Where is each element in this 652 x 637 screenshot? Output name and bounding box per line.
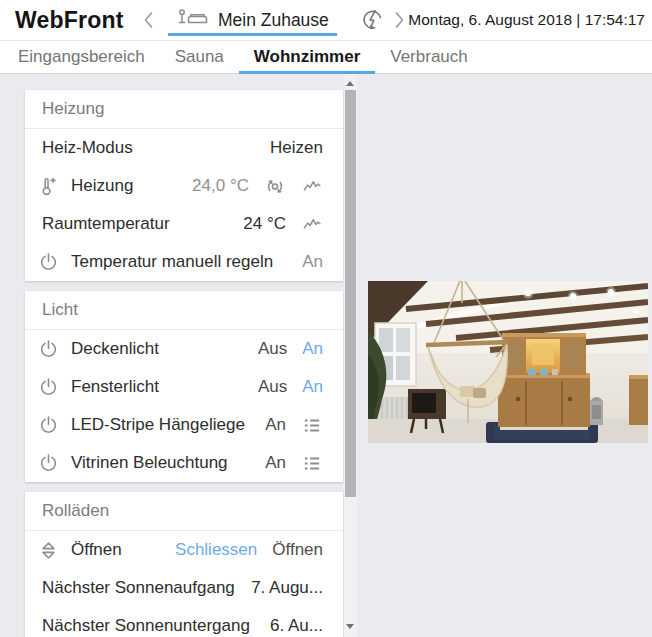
storm-warning-icon[interactable] xyxy=(361,7,384,33)
öffnen-button[interactable]: Öffnen xyxy=(272,540,323,560)
value-text: An xyxy=(302,252,323,272)
row-actions: SchliessenÖffnen xyxy=(175,540,323,560)
control-row-nächster-sonnenuntergang[interactable]: Nächster Sonnenuntergang6. Au... xyxy=(25,607,343,637)
row-actions: 7. Augu... xyxy=(251,578,323,598)
datetime-display: Montag, 6. August 2018 | 17:54:17 xyxy=(408,11,645,29)
row-actions: Heizen xyxy=(270,138,323,158)
app-header: WebFront Mein Zuhause Montag, 6. August … xyxy=(0,0,652,41)
power-icon[interactable] xyxy=(38,453,59,474)
power-icon[interactable] xyxy=(38,339,59,360)
room-selector-underline xyxy=(168,33,337,36)
control-panel: HeizungHeiz-ModusHeizenHeizung24,0 °CRau… xyxy=(25,90,343,637)
control-label: Fensterlicht xyxy=(71,377,252,397)
control-row-heizung[interactable]: Heizung24,0 °C xyxy=(25,167,343,205)
room-tabbar: EingangsbereichSaunaWohnzimmerVerbrauch xyxy=(0,40,652,74)
tab-verbrauch[interactable]: Verbrauch xyxy=(375,40,483,73)
power-icon[interactable] xyxy=(38,377,59,398)
control-row-vitrinen-beleuchtung[interactable]: Vitrinen BeleuchtungAn xyxy=(25,444,343,482)
value-text: 6. Au... xyxy=(270,616,323,636)
room-photo xyxy=(368,281,648,443)
control-label: LED-Stripe Hängeliege xyxy=(71,415,259,435)
control-label: Deckenlicht xyxy=(71,339,252,359)
control-row-led-stripe-hängeliege[interactable]: LED-Stripe HängeliegeAn xyxy=(25,406,343,444)
tab-sauna[interactable]: Sauna xyxy=(160,40,239,73)
list-icon[interactable] xyxy=(301,453,323,474)
power-icon[interactable] xyxy=(38,252,59,273)
value-text: 24,0 °C xyxy=(192,176,249,196)
control-row-deckenlicht[interactable]: DeckenlichtAusAn xyxy=(25,330,343,368)
home-icon xyxy=(176,8,211,32)
control-row-fensterlicht[interactable]: FensterlichtAusAn xyxy=(25,368,343,406)
row-actions: AusAn xyxy=(258,377,323,397)
control-label: Raumtemperatur xyxy=(42,214,237,234)
room-selector-label: Mein Zuhause xyxy=(218,10,329,31)
auto-icon[interactable] xyxy=(264,176,286,197)
scrollbar-thumb[interactable] xyxy=(345,90,356,497)
control-label: Nächster Sonnenuntergang xyxy=(42,616,264,636)
section-title: Heizung xyxy=(25,90,343,129)
power-icon[interactable] xyxy=(38,415,59,436)
control-row-öffnen[interactable]: ÖffnenSchliessenÖffnen xyxy=(25,531,343,569)
chevron-right-icon[interactable] xyxy=(390,7,408,33)
control-label: Nächster Sonnenaufgang xyxy=(42,578,245,598)
row-actions: An xyxy=(265,415,323,436)
tab-wohnzimmer[interactable]: Wohnzimmer xyxy=(239,40,375,73)
control-label: Heiz-Modus xyxy=(42,138,264,158)
chevron-left-icon[interactable] xyxy=(140,7,158,33)
row-actions: 24,0 °C xyxy=(192,176,323,197)
section-title: Rolläden xyxy=(25,492,343,531)
section-card-rolläden: RollädenÖffnenSchliessenÖffnenNächster S… xyxy=(25,492,343,637)
row-actions: An xyxy=(265,453,323,474)
scroll-down-icon[interactable] xyxy=(346,624,354,629)
control-row-raumtemperatur[interactable]: Raumtemperatur24 °C xyxy=(25,205,343,243)
section-card-licht: LichtDeckenlichtAusAnFensterlichtAusAnLE… xyxy=(25,291,343,482)
section-card-heizung: HeizungHeiz-ModusHeizenHeizung24,0 °CRau… xyxy=(25,90,343,281)
aus-button[interactable]: Aus xyxy=(258,339,287,359)
an-button[interactable]: An xyxy=(302,377,323,397)
control-label: Heizung xyxy=(71,176,186,196)
control-row-temperatur-manuell-regeln[interactable]: Temperatur manuell regelnAn xyxy=(25,243,343,281)
shutter-icon xyxy=(38,540,59,561)
value-text: An xyxy=(265,415,286,435)
value-text: 24 °C xyxy=(243,214,286,234)
list-icon[interactable] xyxy=(301,415,323,436)
stats-icon[interactable] xyxy=(301,214,323,235)
scroll-up-icon[interactable] xyxy=(346,81,354,86)
app-title: WebFront xyxy=(15,7,124,34)
row-actions: 24 °C xyxy=(243,214,323,235)
room-selector[interactable]: Mein Zuhause xyxy=(170,0,335,40)
stats-icon[interactable] xyxy=(301,176,323,197)
aus-button[interactable]: Aus xyxy=(258,377,287,397)
value-text: 7. Augu... xyxy=(251,578,323,598)
section-title: Licht xyxy=(25,291,343,330)
an-button[interactable]: An xyxy=(302,339,323,359)
control-row-nächster-sonnenaufgang[interactable]: Nächster Sonnenaufgang7. Augu... xyxy=(25,569,343,607)
panel-scrollbar[interactable] xyxy=(344,73,357,637)
control-label: Öffnen xyxy=(71,540,169,560)
row-actions: AusAn xyxy=(258,339,323,359)
schliessen-button[interactable]: Schliessen xyxy=(175,540,257,560)
tab-eingangsbereich[interactable]: Eingangsbereich xyxy=(3,40,160,73)
row-actions: An xyxy=(302,252,323,272)
value-text: Heizen xyxy=(270,138,323,158)
control-row-heiz-modus[interactable]: Heiz-ModusHeizen xyxy=(25,129,343,167)
row-actions: 6. Au... xyxy=(270,616,323,636)
value-text: An xyxy=(265,453,286,473)
control-label: Temperatur manuell regeln xyxy=(71,252,296,272)
control-label: Vitrinen Beleuchtung xyxy=(71,453,259,473)
thermometer-icon xyxy=(38,176,59,197)
